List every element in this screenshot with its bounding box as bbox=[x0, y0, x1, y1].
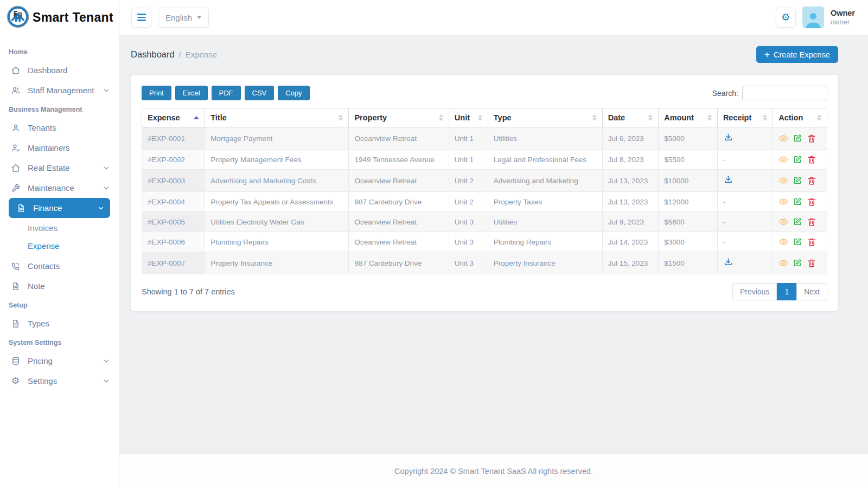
sidebar-item-maintenance[interactable]: Maintenance bbox=[0, 178, 119, 198]
sidebar-subitem-invoices[interactable]: Invoices bbox=[0, 219, 119, 237]
sidebar-item-dashboard[interactable]: Dashboard bbox=[0, 60, 119, 80]
download-receipt-button[interactable] bbox=[723, 257, 733, 267]
cell-property: Oceanview Retreat bbox=[349, 127, 449, 150]
create-expense-button[interactable]: + Create Expense bbox=[756, 46, 838, 63]
user-info[interactable]: Owner owner bbox=[831, 8, 855, 27]
edit-button[interactable] bbox=[793, 155, 802, 164]
cell-expense-id: #EXP-0006 bbox=[142, 232, 205, 252]
sidebar-item-pricing[interactable]: Pricing bbox=[0, 351, 119, 371]
edit-button[interactable] bbox=[793, 217, 802, 227]
app-logo-icon bbox=[7, 5, 29, 30]
print-button[interactable]: Print bbox=[142, 86, 171, 100]
app-title: Smart Tenant bbox=[33, 10, 113, 25]
edit-icon bbox=[793, 237, 802, 247]
copyright-text: Copyright 2024 © Smart Tenant SaaS All r… bbox=[394, 467, 593, 476]
pagination-page-1-button[interactable]: 1 bbox=[777, 283, 796, 300]
sidebar-item-label: Maintenance bbox=[28, 183, 103, 192]
view-button[interactable] bbox=[778, 155, 788, 164]
delete-button[interactable] bbox=[807, 155, 816, 164]
column-header-receipt[interactable]: Receipt bbox=[717, 108, 773, 127]
edit-icon bbox=[793, 197, 802, 207]
subitem-label: Invoices bbox=[28, 223, 58, 233]
cell-type: Legal and Professional Fees bbox=[488, 150, 602, 170]
delete-button[interactable] bbox=[807, 258, 816, 268]
view-button[interactable] bbox=[778, 217, 788, 227]
edit-button[interactable] bbox=[793, 133, 802, 143]
delete-button[interactable] bbox=[807, 237, 816, 247]
copy-button[interactable]: Copy bbox=[278, 86, 309, 100]
view-button[interactable] bbox=[778, 133, 788, 143]
pagination-previous-button[interactable]: Previous bbox=[732, 283, 777, 300]
sidebar-subitem-expense[interactable]: Expense bbox=[0, 237, 119, 255]
cell-property: 1949 Tennessee Avenue bbox=[349, 150, 449, 170]
user-avatar[interactable] bbox=[802, 7, 824, 28]
breadcrumb-dashboard[interactable]: Dashboard bbox=[131, 49, 175, 60]
cell-amount: $5500 bbox=[659, 150, 718, 170]
column-header-amount[interactable]: Amount bbox=[659, 108, 718, 127]
view-button[interactable] bbox=[778, 258, 788, 268]
sidebar-item-label: Staff Management bbox=[28, 86, 103, 95]
sidebar-item-tenants[interactable]: Tenants bbox=[0, 118, 119, 138]
cell-unit: Unit 1 bbox=[449, 127, 488, 150]
view-button[interactable] bbox=[778, 197, 788, 207]
sidebar-item-note[interactable]: Note bbox=[0, 276, 119, 296]
column-header-expense[interactable]: Expense bbox=[142, 108, 205, 127]
chevron-down-icon bbox=[103, 377, 110, 385]
export-buttons: Print Excel PDF CSV Copy bbox=[142, 86, 310, 100]
download-receipt-button[interactable] bbox=[723, 132, 733, 143]
pagination-next-button[interactable]: Next bbox=[796, 283, 827, 300]
pdf-button[interactable]: PDF bbox=[212, 86, 241, 100]
delete-button[interactable] bbox=[807, 133, 816, 143]
column-header-action[interactable]: Action bbox=[773, 108, 827, 127]
cell-date: Jul 6, 2023 bbox=[602, 127, 659, 150]
sidebar-item-real-estate[interactable]: Real Estate bbox=[0, 158, 119, 178]
view-button[interactable] bbox=[778, 237, 788, 247]
edit-button[interactable] bbox=[793, 258, 802, 268]
cell-expense-id: #EXP-0004 bbox=[142, 192, 205, 212]
excel-button[interactable]: Excel bbox=[175, 86, 208, 100]
cell-receipt: - bbox=[717, 150, 773, 170]
trash-icon bbox=[807, 237, 816, 247]
no-receipt: - bbox=[723, 156, 726, 164]
page-footer: Copyright 2024 © Smart Tenant SaaS All r… bbox=[119, 453, 868, 488]
column-header-unit[interactable]: Unit bbox=[449, 108, 488, 127]
user-name: Owner bbox=[831, 8, 855, 18]
cell-property: 987 Cantebury Drive bbox=[349, 252, 449, 274]
edit-button[interactable] bbox=[793, 176, 802, 185]
csv-button[interactable]: CSV bbox=[245, 86, 275, 100]
column-header-date[interactable]: Date bbox=[602, 108, 659, 127]
sidebar-item-types[interactable]: Types bbox=[0, 313, 119, 333]
view-button[interactable] bbox=[778, 176, 788, 185]
sidebar-item-staff-management[interactable]: Staff Management bbox=[0, 80, 119, 100]
column-header-property[interactable]: Property bbox=[349, 108, 449, 127]
edit-button[interactable] bbox=[793, 237, 802, 247]
sidebar-toggle-button[interactable] bbox=[131, 8, 151, 28]
download-receipt-button[interactable] bbox=[723, 175, 733, 185]
search-input[interactable] bbox=[742, 86, 827, 100]
cell-type: Property Insurance bbox=[488, 252, 602, 274]
brand[interactable]: Smart Tenant bbox=[0, 0, 119, 35]
cell-receipt bbox=[717, 127, 773, 150]
cell-type: Utilities bbox=[488, 212, 602, 232]
cell-amount: $3000 bbox=[659, 232, 718, 252]
settings-gear-button[interactable]: ⚙ bbox=[776, 8, 796, 28]
cell-property: 987 Cantebury Drive bbox=[349, 192, 449, 212]
trash-icon bbox=[807, 176, 816, 185]
sidebar-item-maintainers[interactable]: Maintainers bbox=[0, 138, 119, 158]
file-icon bbox=[16, 203, 26, 213]
sidebar-item-contacts[interactable]: Contacts bbox=[0, 256, 119, 276]
language-dropdown[interactable]: English bbox=[158, 8, 209, 28]
sort-icon bbox=[339, 114, 343, 121]
sidebar-item-settings[interactable]: ⚙ Settings bbox=[0, 371, 119, 391]
sidebar-item-finance[interactable]: Finance bbox=[9, 198, 110, 218]
nav-section-home: Home bbox=[0, 43, 119, 60]
delete-button[interactable] bbox=[807, 176, 816, 185]
cell-title: Property Tax Appeals or Assessments bbox=[205, 192, 349, 212]
delete-button[interactable] bbox=[807, 217, 816, 227]
create-expense-label: Create Expense bbox=[774, 50, 830, 59]
cell-expense-id: #EXP-0003 bbox=[142, 170, 205, 192]
edit-button[interactable] bbox=[793, 197, 802, 207]
delete-button[interactable] bbox=[807, 197, 816, 207]
column-header-type[interactable]: Type bbox=[488, 108, 602, 127]
column-header-title[interactable]: Title bbox=[205, 108, 349, 127]
